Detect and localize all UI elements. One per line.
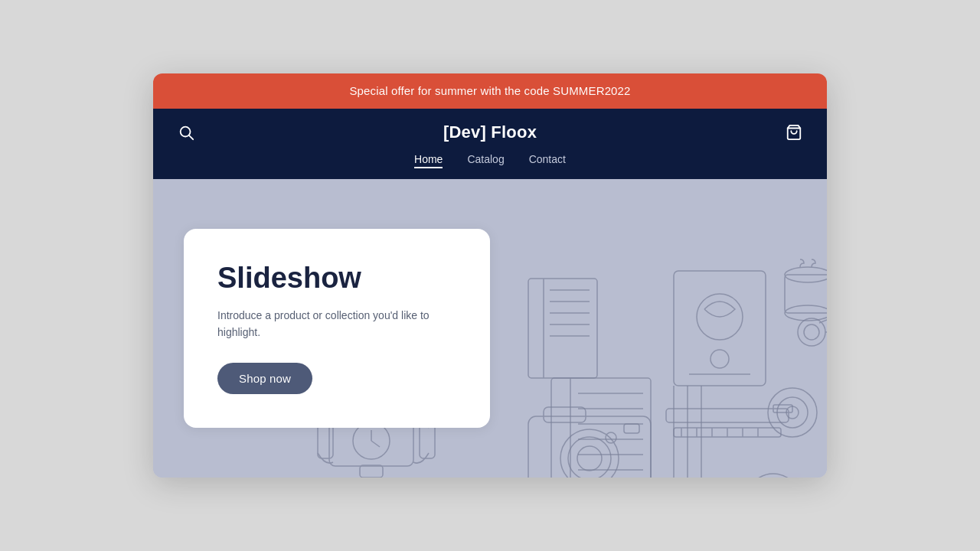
cart-icon[interactable] [786,124,802,141]
nav-home[interactable]: Home [414,153,443,168]
slideshow-card: Slideshow Introduce a product or collect… [184,229,490,428]
slideshow-description: Introduce a product or collection you'd … [217,307,453,341]
slideshow-title: Slideshow [217,262,453,295]
shop-now-button[interactable]: Shop now [217,363,312,394]
announcement-bar: Special offer for summer with the code S… [153,73,827,109]
nav-contact[interactable]: Contact [529,153,566,168]
header-top: [Dev] Floox [178,109,802,153]
announcement-text: Special offer for summer with the code S… [349,84,630,97]
browser-window: Special offer for summer with the code S… [153,73,827,478]
header: [Dev] Floox Home Catalog Contact [153,109,827,179]
site-title: [Dev] Floox [443,122,537,142]
svg-line-1 [189,135,193,139]
search-icon[interactable] [178,124,194,141]
nav-catalog[interactable]: Catalog [467,153,504,168]
hero-section: Slideshow Introduce a product or collect… [153,179,827,478]
header-nav: Home Catalog Contact [178,153,802,179]
